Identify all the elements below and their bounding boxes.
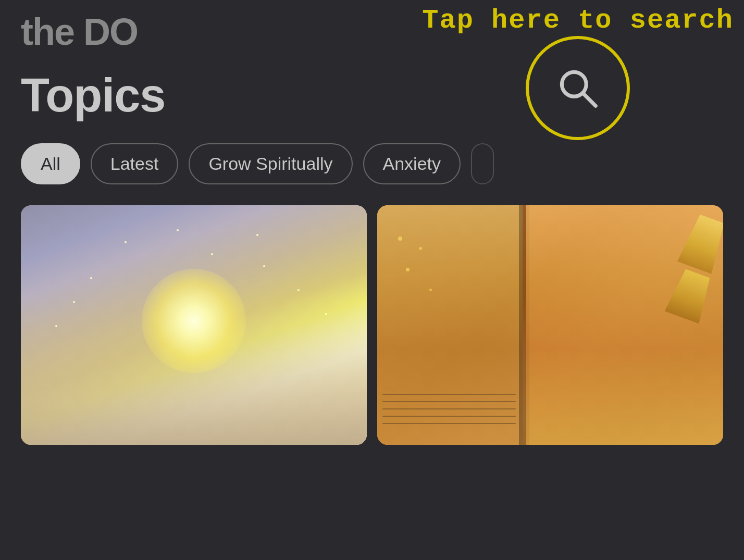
card-food[interactable]	[377, 205, 723, 445]
tap-search-label[interactable]: Tap here to search	[412, 0, 744, 41]
tab-all[interactable]: All	[21, 143, 80, 184]
filter-tabs: All Latest Grow Spiritually Anxiety	[0, 133, 744, 200]
search-icon	[554, 65, 601, 111]
content-grid	[0, 200, 744, 445]
svg-line-1	[584, 94, 596, 106]
header: the DO Tap here to search	[0, 0, 744, 53]
tab-anxiety[interactable]: Anxiety	[363, 143, 461, 184]
spiritual-glow	[142, 269, 246, 373]
search-area: Tap here to search	[412, 0, 744, 140]
logo-text: the DO	[21, 10, 138, 53]
tab-grow-spiritually[interactable]: Grow Spiritually	[189, 143, 352, 184]
search-button[interactable]	[526, 36, 630, 140]
logo-area: the DO	[21, 10, 138, 53]
tab-latest[interactable]: Latest	[91, 143, 179, 184]
tab-more[interactable]	[471, 143, 494, 184]
card-spiritual[interactable]	[21, 205, 367, 445]
search-hint-container: Tap here to search	[412, 0, 744, 41]
